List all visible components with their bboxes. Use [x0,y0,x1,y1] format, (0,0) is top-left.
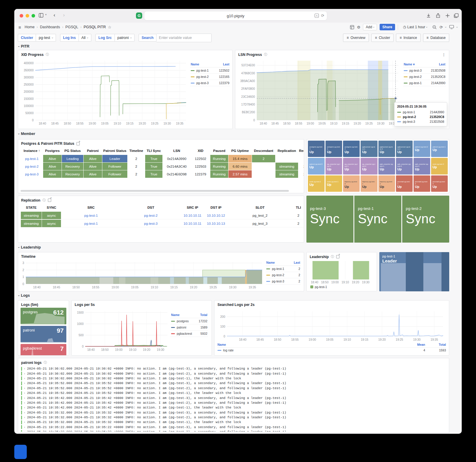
status-tile[interactable]: pgb_exporter pg-test-3Up [396,158,413,174]
instance-link[interactable]: pg-test-1 [61,212,121,219]
tv-mode-icon[interactable] [449,25,454,29]
instance-link[interactable]: pg-test-1 [61,220,121,227]
legend-row[interactable]: pg-test-3122379 [190,80,230,86]
grammarly-extension-icon[interactable]: G [136,12,142,19]
sidebar-chevron-icon[interactable]: ▾ [45,13,47,16]
instance-link[interactable]: 10.10.10.11 [181,220,204,227]
status-tile[interactable]: haproxy pg-test-3Up [343,175,360,192]
status-tile[interactable]: pgbouncer pg-test-1Up [361,141,377,157]
status-tile[interactable]: patroni pg-test-3Up [308,158,325,174]
column-header[interactable]: LSN [163,147,191,155]
legend-column-header[interactable]: Name [191,62,199,66]
timeline-chart[interactable]: 012318:4018:4518:5018:5519:0019:0519:101… [21,260,264,290]
legend-row[interactable]: pg-test-2213520C8 [403,74,446,80]
tab-overview-icon[interactable] [454,13,459,18]
legend-row[interactable]: pg-test-12 [266,266,301,272]
section-logs[interactable]: ›Logs [18,293,30,298]
log-line[interactable]: ›2024-05-21 19:35:22.000 2024-05-21 19:3… [21,430,446,432]
legend-row[interactable]: pgbackrest5932 [170,331,208,337]
favorite-star-icon[interactable]: ☆ [108,25,112,29]
legend-column-mean[interactable]: Mean [404,343,425,346]
column-header[interactable]: STATE [21,204,42,211]
column-header[interactable]: SLOT [228,204,292,211]
expand-chevron-icon[interactable]: › [24,421,25,424]
panel-menu-icon[interactable]: ⋮ [442,53,446,57]
collapse-header-chevron[interactable]: › [455,26,459,27]
instance-link[interactable]: pg-test-3 [21,170,43,178]
sync-box[interactable]: pg-test-1Sync [354,196,401,243]
status-tile[interactable]: promtail pg-test-1Up [396,175,413,192]
translate-icon[interactable]: A [314,13,319,18]
new-tab-icon[interactable] [445,13,450,18]
instance-link[interactable]: pg-test-1 [21,155,43,162]
status-tile[interactable]: pgb_exporter pg-test-2Up [414,158,430,174]
add-button[interactable]: Add› [363,24,377,30]
legend-row[interactable]: log rate41593 [217,348,446,353]
dashboard-settings-gear-icon[interactable]: ⚙ [357,25,361,29]
log-count-tile[interactable]: patroni97 [21,326,66,342]
expand-chevron-icon[interactable]: › [24,372,25,375]
zoom-window-button[interactable] [32,14,35,18]
expand-chevron-icon[interactable]: › [24,367,25,370]
panel-title[interactable]: patroni logs [21,361,42,365]
lsn-chart[interactable]: 0BEBC20017D7840023C346002FAF08003B9ACA00… [238,58,402,126]
section-pitr[interactable]: ›PITR [18,44,29,48]
address-bar[interactable]: g10.pigsty A ⟳ [144,11,327,20]
horizontal-scrollbar[interactable] [21,190,289,192]
status-tile[interactable]: promtail pg-test-2Up [414,175,430,192]
log-count-tile[interactable]: postgres612 [21,308,66,324]
log-count-tile[interactable]: pgbackrest7 [21,344,66,356]
sync-box[interactable]: pg-test-2Sync [402,196,449,243]
expand-chevron-icon[interactable]: › [24,382,25,385]
logs-per-5s-chart[interactable]: 05001000150018:4018:5019:0019:1019:2019:… [74,308,169,352]
info-icon[interactable]: ⓘ [43,198,46,202]
logsrc-select[interactable]: patroni› [115,34,135,42]
panel-title[interactable]: Logs per 5s [75,303,95,307]
log-lines-list[interactable]: ›2024-05-21 19:36:02.000 2024-05-21 19:3… [18,366,449,432]
instance-link[interactable]: pg-test-2 [121,212,181,219]
instance-link[interactable]: 10.10.10.11 [181,212,204,219]
legend-row[interactable]: patroni1589 [170,324,208,331]
refresh-icon[interactable]: ⟳ [439,25,443,29]
reload-icon[interactable]: ⟳ [321,13,324,18]
sidebar-toggle-icon[interactable] [39,13,44,18]
mega-menu-icon[interactable]: ≡ [18,25,21,30]
panel-edit-icon[interactable] [350,25,354,29]
column-header[interactable]: Patroni [84,147,102,155]
log-line[interactable]: ›2024-05-21 19:35:32.000 2024-05-21 19:3… [21,410,446,415]
legend-column-header[interactable]: Total [200,313,207,317]
xid-chart[interactable]: 0500001000001500002000002500003000003500… [21,58,189,126]
panel-title[interactable]: Postgres & Patroni PITR Status [21,142,74,146]
breadcrumb-pgsql[interactable]: PGSQL [65,25,78,29]
legend-row[interactable]: pg-test-32 [266,278,301,285]
column-header[interactable]: PG Status [62,147,83,155]
cluster-select[interactable]: pg-test› [36,34,56,42]
external-link-icon[interactable] [48,199,51,202]
logins-select[interactable]: All› [79,34,91,42]
status-tile[interactable]: patroni pg-test-2Up [414,141,430,157]
view-button-cluster[interactable]: ≡Cluster [371,34,394,42]
legend-column-header[interactable]: Last [439,62,445,66]
legend-series-name[interactable]: pg-test-1 [315,285,327,289]
status-tile[interactable]: pg_exporter pg-test-3Up [325,158,342,174]
column-header[interactable]: SYNC [42,204,61,211]
status-tile[interactable]: promtail pg-test-3Up [431,175,448,192]
downloads-icon[interactable] [426,13,431,18]
expand-chevron-icon[interactable]: › [24,411,25,414]
expand-chevron-icon[interactable]: › [24,377,25,380]
legend-row[interactable]: pg-test-1122502 [190,67,230,74]
searched-logs-chart[interactable]: 010020018:4018:4518:5018:5519:0019:0519:… [217,308,447,342]
expand-chevron-icon[interactable]: › [24,387,25,390]
column-header[interactable]: SRC IP [181,204,204,211]
status-tile[interactable]: haproxy pg-test-2Up [378,175,395,192]
column-header[interactable]: SRC [61,204,121,211]
status-tile[interactable]: haproxy pg-test-1Up [361,175,377,192]
instance-link[interactable]: 10.10.10.12 [204,212,228,219]
info-icon[interactable]: ⓘ [44,360,47,365]
legend-column-header[interactable]: Name [171,313,180,317]
legend-column-header[interactable]: Last [294,261,300,264]
status-tile[interactable]: node pg-test-1Up [325,175,342,192]
log-line[interactable]: ›2024-05-21 19:35:32.000 2024-05-21 19:3… [21,420,446,425]
expand-chevron-icon[interactable]: › [24,406,25,409]
panel-title[interactable]: Leadership [310,255,329,259]
